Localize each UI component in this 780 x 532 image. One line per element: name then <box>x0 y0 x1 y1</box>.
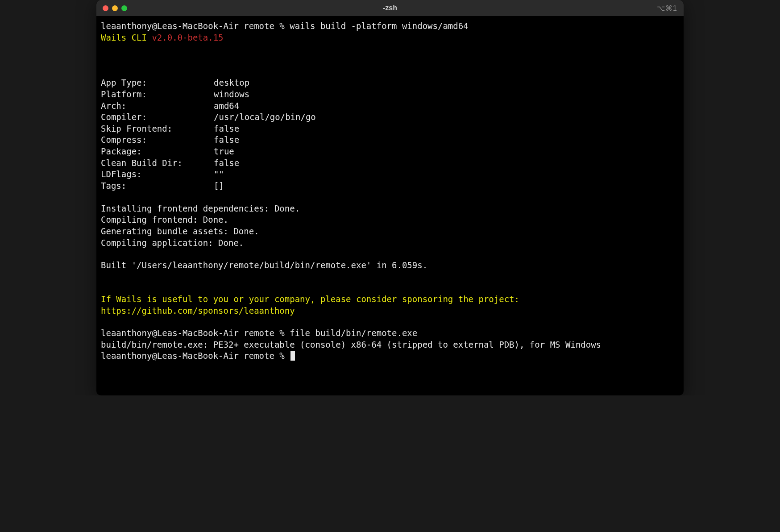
info-row: Tags:[] <box>101 180 679 192</box>
info-value: /usr/local/go/bin/go <box>214 112 316 123</box>
cli-name: Wails CLI <box>101 33 152 42</box>
terminal-body[interactable]: leaanthony@Leas-MacBook-Air remote % wai… <box>96 16 684 395</box>
close-icon[interactable] <box>103 5 108 11</box>
build-info-table: App Type:desktop Platform:windows Arch:a… <box>101 77 679 191</box>
info-row: Platform:windows <box>101 89 679 100</box>
maximize-icon[interactable] <box>121 5 127 11</box>
info-row: LDFlags:"" <box>101 169 679 180</box>
info-label: Compiler: <box>101 112 214 123</box>
info-label: Compress: <box>101 134 214 146</box>
prompt-line-3: leaanthony@Leas-MacBook-Air remote % <box>101 350 679 362</box>
info-label: Arch: <box>101 100 214 112</box>
progress-line: Compiling frontend: Done. <box>101 214 679 226</box>
built-line: Built '/Users/leaanthony/remote/build/bi… <box>101 260 679 271</box>
prompt-prefix: leaanthony@Leas-MacBook-Air remote % <box>101 21 290 31</box>
info-label: Skip Frontend: <box>101 123 214 135</box>
cli-version: v2.0.0-beta.15 <box>152 33 223 42</box>
cli-banner: Wails CLI v2.0.0-beta.15 <box>101 32 679 44</box>
prompt-line-1: leaanthony@Leas-MacBook-Air remote % wai… <box>101 21 679 32</box>
command-text: wails build -platform windows/amd64 <box>290 21 468 31</box>
prompt-prefix: leaanthony@Leas-MacBook-Air remote % <box>101 351 290 361</box>
window-shortcut: ⌥⌘1 <box>657 4 677 12</box>
info-row: App Type:desktop <box>101 77 679 89</box>
info-row: Skip Frontend:false <box>101 123 679 135</box>
file-output: build/bin/remote.exe: PE32+ executable (… <box>101 339 679 351</box>
info-value: windows <box>214 89 249 100</box>
info-label: Tags: <box>101 180 214 192</box>
minimize-icon[interactable] <box>112 5 118 11</box>
info-value: [] <box>214 180 224 192</box>
info-value: desktop <box>214 77 249 89</box>
info-label: Platform: <box>101 89 214 100</box>
sponsor-link: https://github.com/sponsors/leaanthony <box>101 305 679 317</box>
info-label: Clean Build Dir: <box>101 158 214 169</box>
progress-line: Compiling application: Done. <box>101 237 679 249</box>
info-value: false <box>214 158 239 169</box>
info-label: App Type: <box>101 77 214 89</box>
info-value: amd64 <box>214 100 239 112</box>
progress-line: Installing frontend dependencies: Done. <box>101 203 679 215</box>
prompt-prefix: leaanthony@Leas-MacBook-Air remote % <box>101 328 290 338</box>
info-value: false <box>214 134 239 146</box>
progress-line: Generating bundle assets: Done. <box>101 226 679 237</box>
cursor-icon <box>290 351 295 361</box>
info-row: Compiler:/usr/local/go/bin/go <box>101 112 679 123</box>
info-row: Compress:false <box>101 134 679 146</box>
info-row: Package:true <box>101 146 679 158</box>
terminal-window: -zsh ⌥⌘1 leaanthony@Leas-MacBook-Air rem… <box>96 0 684 395</box>
window-title: -zsh <box>383 4 397 12</box>
info-label: LDFlags: <box>101 169 214 180</box>
title-bar: -zsh ⌥⌘1 <box>96 0 684 16</box>
command-text: file build/bin/remote.exe <box>290 328 417 338</box>
info-row: Arch:amd64 <box>101 100 679 112</box>
info-value: false <box>214 123 239 135</box>
traffic-lights <box>103 5 127 11</box>
info-value: true <box>214 146 234 158</box>
info-label: Package: <box>101 146 214 158</box>
sponsor-line-1: If Wails is useful to you or your compan… <box>101 294 679 305</box>
prompt-line-2: leaanthony@Leas-MacBook-Air remote % fil… <box>101 328 679 339</box>
info-value: "" <box>214 169 224 180</box>
info-row: Clean Build Dir:false <box>101 158 679 169</box>
